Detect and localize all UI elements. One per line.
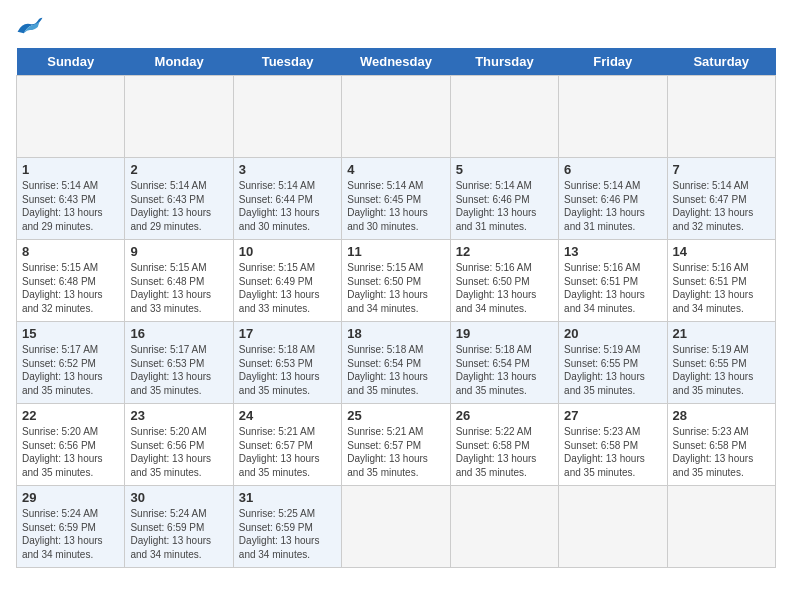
calendar-cell: 28Sunrise: 5:23 AM Sunset: 6:58 PM Dayli… [667, 404, 775, 486]
calendar-week-row: 15Sunrise: 5:17 AM Sunset: 6:52 PM Dayli… [17, 322, 776, 404]
day-info: Sunrise: 5:16 AM Sunset: 6:51 PM Dayligh… [673, 261, 770, 315]
day-number: 15 [22, 326, 119, 341]
day-number: 27 [564, 408, 661, 423]
calendar-cell [450, 486, 558, 568]
calendar-cell: 14Sunrise: 5:16 AM Sunset: 6:51 PM Dayli… [667, 240, 775, 322]
calendar-cell: 31Sunrise: 5:25 AM Sunset: 6:59 PM Dayli… [233, 486, 341, 568]
day-info: Sunrise: 5:15 AM Sunset: 6:48 PM Dayligh… [130, 261, 227, 315]
day-number: 26 [456, 408, 553, 423]
calendar-cell: 13Sunrise: 5:16 AM Sunset: 6:51 PM Dayli… [559, 240, 667, 322]
calendar-cell: 21Sunrise: 5:19 AM Sunset: 6:55 PM Dayli… [667, 322, 775, 404]
calendar-cell: 16Sunrise: 5:17 AM Sunset: 6:53 PM Dayli… [125, 322, 233, 404]
calendar-cell: 17Sunrise: 5:18 AM Sunset: 6:53 PM Dayli… [233, 322, 341, 404]
day-info: Sunrise: 5:15 AM Sunset: 6:48 PM Dayligh… [22, 261, 119, 315]
day-number: 19 [456, 326, 553, 341]
calendar-cell [559, 486, 667, 568]
day-number: 21 [673, 326, 770, 341]
calendar-cell: 12Sunrise: 5:16 AM Sunset: 6:50 PM Dayli… [450, 240, 558, 322]
calendar-cell [233, 76, 341, 158]
calendar-cell [450, 76, 558, 158]
calendar-cell: 22Sunrise: 5:20 AM Sunset: 6:56 PM Dayli… [17, 404, 125, 486]
calendar-cell: 18Sunrise: 5:18 AM Sunset: 6:54 PM Dayli… [342, 322, 450, 404]
calendar-cell: 8Sunrise: 5:15 AM Sunset: 6:48 PM Daylig… [17, 240, 125, 322]
day-number: 22 [22, 408, 119, 423]
day-number: 1 [22, 162, 119, 177]
day-number: 20 [564, 326, 661, 341]
day-info: Sunrise: 5:14 AM Sunset: 6:44 PM Dayligh… [239, 179, 336, 233]
page-container: SundayMondayTuesdayWednesdayThursdayFrid… [0, 0, 792, 576]
day-info: Sunrise: 5:14 AM Sunset: 6:43 PM Dayligh… [130, 179, 227, 233]
day-info: Sunrise: 5:21 AM Sunset: 6:57 PM Dayligh… [239, 425, 336, 479]
day-info: Sunrise: 5:14 AM Sunset: 6:46 PM Dayligh… [564, 179, 661, 233]
day-number: 29 [22, 490, 119, 505]
calendar-cell: 23Sunrise: 5:20 AM Sunset: 6:56 PM Dayli… [125, 404, 233, 486]
calendar-cell [342, 486, 450, 568]
day-info: Sunrise: 5:19 AM Sunset: 6:55 PM Dayligh… [673, 343, 770, 397]
calendar-week-row: 29Sunrise: 5:24 AM Sunset: 6:59 PM Dayli… [17, 486, 776, 568]
day-info: Sunrise: 5:18 AM Sunset: 6:54 PM Dayligh… [347, 343, 444, 397]
calendar-cell: 5Sunrise: 5:14 AM Sunset: 6:46 PM Daylig… [450, 158, 558, 240]
weekday-header-tuesday: Tuesday [233, 48, 341, 76]
day-number: 31 [239, 490, 336, 505]
calendar-cell: 26Sunrise: 5:22 AM Sunset: 6:58 PM Dayli… [450, 404, 558, 486]
calendar-cell: 27Sunrise: 5:23 AM Sunset: 6:58 PM Dayli… [559, 404, 667, 486]
weekday-header-monday: Monday [125, 48, 233, 76]
weekday-header-wednesday: Wednesday [342, 48, 450, 76]
calendar-cell: 30Sunrise: 5:24 AM Sunset: 6:59 PM Dayli… [125, 486, 233, 568]
calendar-cell: 10Sunrise: 5:15 AM Sunset: 6:49 PM Dayli… [233, 240, 341, 322]
calendar-cell [667, 486, 775, 568]
day-info: Sunrise: 5:16 AM Sunset: 6:51 PM Dayligh… [564, 261, 661, 315]
day-info: Sunrise: 5:14 AM Sunset: 6:43 PM Dayligh… [22, 179, 119, 233]
calendar-cell [125, 76, 233, 158]
calendar-cell: 7Sunrise: 5:14 AM Sunset: 6:47 PM Daylig… [667, 158, 775, 240]
day-info: Sunrise: 5:23 AM Sunset: 6:58 PM Dayligh… [673, 425, 770, 479]
day-info: Sunrise: 5:20 AM Sunset: 6:56 PM Dayligh… [130, 425, 227, 479]
day-number: 6 [564, 162, 661, 177]
day-info: Sunrise: 5:14 AM Sunset: 6:47 PM Dayligh… [673, 179, 770, 233]
calendar-cell [17, 76, 125, 158]
day-info: Sunrise: 5:19 AM Sunset: 6:55 PM Dayligh… [564, 343, 661, 397]
calendar-cell: 19Sunrise: 5:18 AM Sunset: 6:54 PM Dayli… [450, 322, 558, 404]
day-number: 5 [456, 162, 553, 177]
day-number: 4 [347, 162, 444, 177]
day-info: Sunrise: 5:15 AM Sunset: 6:49 PM Dayligh… [239, 261, 336, 315]
calendar-cell: 25Sunrise: 5:21 AM Sunset: 6:57 PM Dayli… [342, 404, 450, 486]
weekday-header-row: SundayMondayTuesdayWednesdayThursdayFrid… [17, 48, 776, 76]
day-number: 12 [456, 244, 553, 259]
calendar-cell: 3Sunrise: 5:14 AM Sunset: 6:44 PM Daylig… [233, 158, 341, 240]
day-number: 8 [22, 244, 119, 259]
day-number: 14 [673, 244, 770, 259]
day-info: Sunrise: 5:25 AM Sunset: 6:59 PM Dayligh… [239, 507, 336, 561]
weekday-header-friday: Friday [559, 48, 667, 76]
day-number: 25 [347, 408, 444, 423]
day-number: 10 [239, 244, 336, 259]
logo-bird-icon [16, 16, 44, 38]
day-info: Sunrise: 5:18 AM Sunset: 6:53 PM Dayligh… [239, 343, 336, 397]
calendar-cell: 29Sunrise: 5:24 AM Sunset: 6:59 PM Dayli… [17, 486, 125, 568]
day-number: 18 [347, 326, 444, 341]
day-number: 9 [130, 244, 227, 259]
day-info: Sunrise: 5:15 AM Sunset: 6:50 PM Dayligh… [347, 261, 444, 315]
calendar-cell: 6Sunrise: 5:14 AM Sunset: 6:46 PM Daylig… [559, 158, 667, 240]
calendar-week-row: 1Sunrise: 5:14 AM Sunset: 6:43 PM Daylig… [17, 158, 776, 240]
calendar-cell: 15Sunrise: 5:17 AM Sunset: 6:52 PM Dayli… [17, 322, 125, 404]
day-number: 23 [130, 408, 227, 423]
calendar-cell: 24Sunrise: 5:21 AM Sunset: 6:57 PM Dayli… [233, 404, 341, 486]
day-number: 3 [239, 162, 336, 177]
day-info: Sunrise: 5:17 AM Sunset: 6:52 PM Dayligh… [22, 343, 119, 397]
calendar-cell [559, 76, 667, 158]
day-info: Sunrise: 5:24 AM Sunset: 6:59 PM Dayligh… [130, 507, 227, 561]
day-number: 2 [130, 162, 227, 177]
day-info: Sunrise: 5:14 AM Sunset: 6:45 PM Dayligh… [347, 179, 444, 233]
calendar-cell: 1Sunrise: 5:14 AM Sunset: 6:43 PM Daylig… [17, 158, 125, 240]
calendar-cell: 11Sunrise: 5:15 AM Sunset: 6:50 PM Dayli… [342, 240, 450, 322]
day-info: Sunrise: 5:20 AM Sunset: 6:56 PM Dayligh… [22, 425, 119, 479]
day-number: 16 [130, 326, 227, 341]
day-number: 17 [239, 326, 336, 341]
calendar-table: SundayMondayTuesdayWednesdayThursdayFrid… [16, 48, 776, 568]
day-info: Sunrise: 5:23 AM Sunset: 6:58 PM Dayligh… [564, 425, 661, 479]
calendar-cell: 2Sunrise: 5:14 AM Sunset: 6:43 PM Daylig… [125, 158, 233, 240]
day-number: 11 [347, 244, 444, 259]
day-number: 7 [673, 162, 770, 177]
day-number: 13 [564, 244, 661, 259]
